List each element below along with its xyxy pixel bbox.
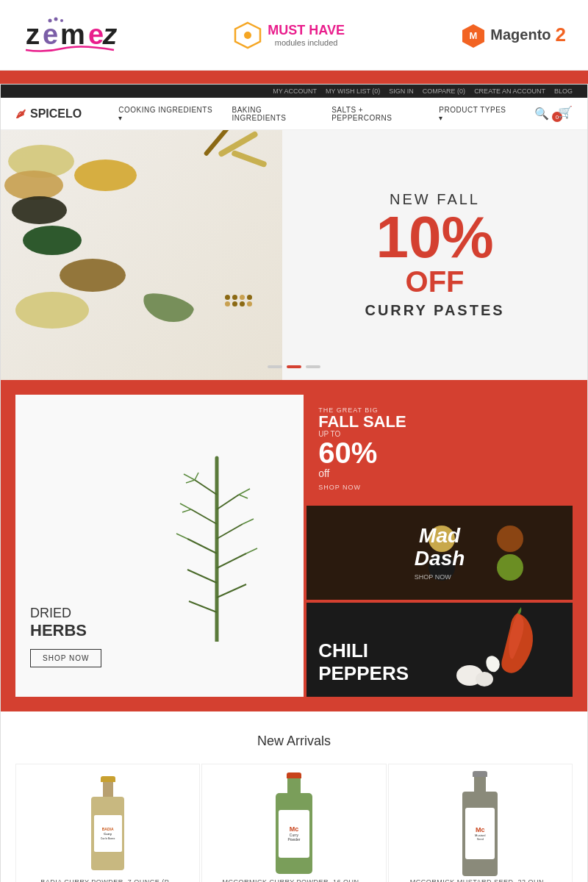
fall-sale-title: FALL SALE xyxy=(318,414,561,430)
svg-line-31 xyxy=(246,548,257,553)
products-grid-row1: BADIACurryCuz lo Bueno BADIA CURRY POWDE… xyxy=(15,764,573,882)
topbar-sign-in[interactable]: SIGN IN xyxy=(389,87,414,95)
svg-line-28 xyxy=(182,509,191,512)
new-arrivals-section: New Arrivals BADIACurryCuz lo Bueno xyxy=(1,711,587,882)
svg-line-30 xyxy=(176,534,187,539)
promo-section: DRIED HERBS SHOP NOW xyxy=(1,380,587,711)
nav-icons: 🔍 🛒 0 xyxy=(534,105,573,122)
chili-decoration xyxy=(432,603,565,697)
hero-product: CURRY PASTES xyxy=(312,302,558,319)
nav-cooking[interactable]: COOKING INGREDIENTS ▾ xyxy=(118,106,218,122)
nav-baking[interactable]: BAKING INGREDIENTS xyxy=(232,106,319,122)
svg-line-22 xyxy=(184,474,195,480)
product-card-2[interactable]: Mc CurryPowder MCCORMICK CURRY POWDER, 1… xyxy=(201,764,386,882)
herb-decoration xyxy=(137,395,296,697)
dried-herbs-text: DRIED HERBS SHOP NOW xyxy=(30,606,101,667)
store-nav: 🌶 SPICELO COOKING INGREDIENTS ▾ BAKING I… xyxy=(1,98,587,130)
chili-text: CHILI PEPPERS xyxy=(318,639,409,685)
zemes-logo[interactable]: z e m e z xyxy=(22,13,118,57)
svg-line-15 xyxy=(191,509,217,524)
svg-point-9 xyxy=(244,32,251,39)
store-wrapper: MY ACCOUNT MY WISH LIST (0) SIGN IN COMP… xyxy=(0,84,588,882)
svg-line-16 xyxy=(217,524,243,539)
chili-peppers-promo[interactable]: CHILI PEPPERS xyxy=(306,603,573,697)
top-banner: z e m e z MUST HAVE modules included xyxy=(0,0,588,71)
svg-text:z: z xyxy=(102,19,118,50)
svg-line-21 xyxy=(189,601,217,612)
topbar-compare[interactable]: COMPARE (0) xyxy=(423,87,465,95)
spice-circle-4 xyxy=(497,554,523,581)
bottle-1: BADIACurryCuz lo Bueno xyxy=(91,776,124,870)
cart-icon[interactable]: 🛒 xyxy=(558,106,573,118)
svg-line-25 xyxy=(239,489,250,495)
hero-dots xyxy=(268,365,320,368)
topbar-create-account[interactable]: CREATE AN ACCOUNT xyxy=(474,87,545,95)
svg-line-17 xyxy=(187,539,217,553)
hero-text: NEW FALL 10% OFF CURRY PASTES xyxy=(282,162,587,348)
hero-spices-image xyxy=(1,130,282,380)
svg-line-18 xyxy=(217,553,246,568)
hero-off: OFF xyxy=(312,267,558,296)
svg-line-27 xyxy=(180,503,191,509)
nav-product-types[interactable]: PRODUCT TYPES ▾ xyxy=(439,106,512,122)
svg-text:e: e xyxy=(43,19,58,50)
svg-text:m: m xyxy=(60,19,85,50)
product-name-2: MCCORMICK CURRY POWDER, 16 OUN... xyxy=(213,878,374,882)
product-card-1[interactable]: BADIACurryCuz lo Bueno BADIA CURRY POWDE… xyxy=(15,764,200,882)
product-name-3: MCCORMICK MUSTARD SEED, 22 OUN... xyxy=(400,878,561,882)
cart-wrapper[interactable]: 🛒 0 xyxy=(558,105,573,122)
fall-sale-cta[interactable]: SHOP NOW xyxy=(318,484,561,491)
bottle-2: Mc CurryPowder xyxy=(276,772,312,874)
promo-grid: DRIED HERBS SHOP NOW xyxy=(15,395,573,697)
svg-line-19 xyxy=(187,570,217,583)
product-image-2: Mc CurryPowder xyxy=(213,775,374,871)
svg-line-26 xyxy=(239,495,248,498)
dried-herbs-title: DRIED HERBS xyxy=(30,606,101,640)
fall-sale-off: off xyxy=(318,467,561,479)
must-have-badge: MUST HAVE modules included xyxy=(234,21,345,49)
svg-line-29 xyxy=(243,519,254,524)
store-topbar: MY ACCOUNT MY WISH LIST (0) SIGN IN COMP… xyxy=(1,85,587,98)
topbar-blog[interactable]: BLOG xyxy=(554,87,573,95)
hero-percent: 10% xyxy=(376,208,493,267)
fall-sale-percent: 60% xyxy=(318,438,561,467)
nav-links: COOKING INGREDIENTS ▾ BAKING INGREDIENTS… xyxy=(118,106,512,122)
topbar-my-account[interactable]: MY ACCOUNT xyxy=(273,87,317,95)
svg-line-20 xyxy=(217,584,246,598)
svg-line-14 xyxy=(217,495,239,509)
mad-dash-cta[interactable]: SHOP NOW xyxy=(415,573,465,581)
hero-dot-2[interactable] xyxy=(287,365,301,368)
svg-point-33 xyxy=(476,672,493,686)
search-icon[interactable]: 🔍 xyxy=(534,107,549,121)
product-image-1: BADIACurryCuz lo Bueno xyxy=(27,775,188,871)
product-card-3[interactable]: Mc MustardSeed MCCORMICK MUSTARD SEED, 2… xyxy=(388,764,573,882)
svg-line-24 xyxy=(195,473,198,480)
svg-text:M: M xyxy=(470,30,478,41)
red-stripe xyxy=(0,71,588,84)
svg-text:e: e xyxy=(88,19,104,50)
promo-right: THE GREAT BIG FALL SALE UP TO 60% off SH… xyxy=(306,395,573,697)
new-arrivals-title: New Arrivals xyxy=(15,734,573,749)
bottle-3: Mc MustardSeed xyxy=(462,771,498,876)
hero-dot-1[interactable] xyxy=(268,365,282,368)
magento-logo: M Magento 2 xyxy=(461,23,566,48)
svg-text:z: z xyxy=(26,19,40,50)
chili-icon: 🌶 xyxy=(15,108,26,120)
mad-dash-promo[interactable]: Mad Dash SHOP NOW xyxy=(306,506,573,600)
product-name-1: BADIA CURRY POWDER, 7 OUNCE (P... xyxy=(27,878,188,882)
store-logo[interactable]: 🌶 SPICELO xyxy=(15,107,82,121)
mad-dash-text: Mad Dash xyxy=(415,525,465,570)
topbar-wish-list[interactable]: MY WISH LIST (0) xyxy=(326,87,380,95)
fall-sale-promo[interactable]: THE GREAT BIG FALL SALE UP TO 60% off SH… xyxy=(306,395,573,503)
svg-point-2 xyxy=(49,19,52,23)
hero-dot-3[interactable] xyxy=(306,365,320,368)
product-image-3: Mc MustardSeed xyxy=(400,775,561,871)
svg-line-13 xyxy=(195,480,217,495)
hero-banner: NEW FALL 10% OFF CURRY PASTES xyxy=(1,130,587,380)
svg-point-3 xyxy=(54,18,58,21)
nav-salts[interactable]: SALTS + PEPPERCORNS xyxy=(331,106,426,122)
svg-line-23 xyxy=(186,480,195,483)
spice-circle-2 xyxy=(497,526,523,552)
dried-herbs-cta[interactable]: SHOP NOW xyxy=(30,649,101,667)
dried-herbs-promo[interactable]: DRIED HERBS SHOP NOW xyxy=(15,395,304,697)
